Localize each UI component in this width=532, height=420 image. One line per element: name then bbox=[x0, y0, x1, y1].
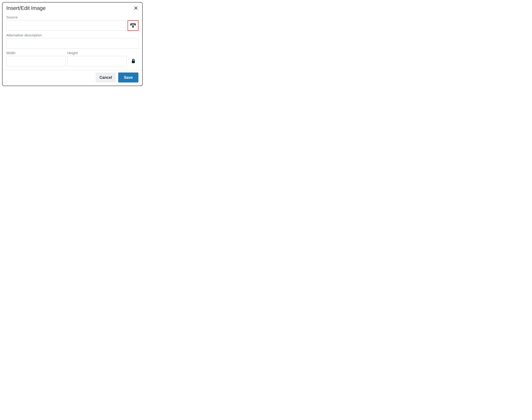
svg-rect-0 bbox=[132, 60, 135, 63]
constrain-proportions-toggle[interactable] bbox=[128, 56, 139, 66]
save-button[interactable]: Save bbox=[118, 73, 139, 82]
width-input[interactable] bbox=[6, 56, 65, 66]
alt-field-group: Alternative description bbox=[6, 33, 139, 49]
dimensions-row: Width Height bbox=[6, 51, 139, 66]
upload-source-button[interactable] bbox=[127, 20, 139, 31]
cancel-button[interactable]: Cancel bbox=[96, 73, 116, 82]
dialog-body: Source Alternative description Width bbox=[2, 12, 142, 70]
close-icon bbox=[134, 6, 138, 10]
dialog-header: Insert/Edit Image bbox=[2, 2, 142, 12]
source-row bbox=[6, 20, 139, 31]
alt-input[interactable] bbox=[6, 38, 139, 49]
width-label: Width bbox=[6, 51, 65, 55]
width-field-group: Width bbox=[6, 51, 65, 66]
height-label: Height bbox=[67, 51, 126, 55]
dimensions-field-group: Width Height bbox=[6, 51, 139, 66]
source-label: Source bbox=[6, 15, 139, 19]
close-button[interactable] bbox=[133, 5, 139, 11]
dialog-footer: Cancel Save bbox=[2, 70, 142, 86]
upload-icon bbox=[130, 23, 136, 28]
dialog-title: Insert/Edit Image bbox=[6, 5, 46, 11]
height-input[interactable] bbox=[67, 56, 126, 66]
insert-edit-image-dialog: Insert/Edit Image Source Alternative des… bbox=[2, 2, 142, 86]
alt-label: Alternative description bbox=[6, 33, 139, 37]
source-field-group: Source bbox=[6, 15, 139, 31]
height-field-group: Height bbox=[67, 51, 126, 66]
source-input[interactable] bbox=[6, 20, 126, 31]
lock-icon bbox=[131, 59, 135, 64]
